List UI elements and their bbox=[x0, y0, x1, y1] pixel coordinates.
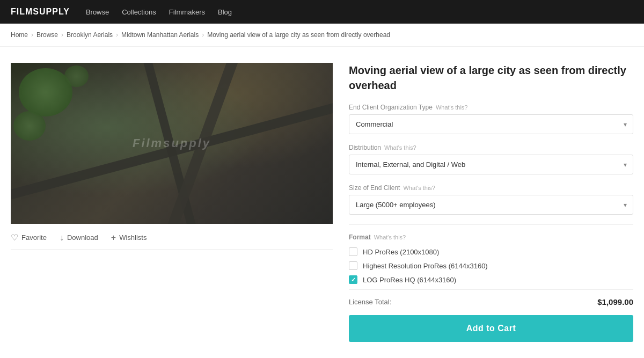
wishlists-label: Wishlists bbox=[119, 233, 147, 242]
size-label: Size of End Client bbox=[349, 184, 400, 192]
breadcrumb-midtown[interactable]: Midtown Manhattan Aerials bbox=[121, 31, 199, 39]
nav-filmmakers[interactable]: Filmmakers bbox=[169, 8, 205, 16]
size-label-row: Size of End Client What's this? bbox=[349, 184, 633, 192]
end-client-whats-this[interactable]: What's this? bbox=[436, 104, 468, 111]
format-checkbox-log[interactable] bbox=[349, 275, 357, 284]
size-whats-this[interactable]: What's this? bbox=[403, 185, 435, 191]
format-checkbox-hd[interactable] bbox=[349, 247, 357, 256]
distribution-whats-this[interactable]: What's this? bbox=[384, 144, 416, 151]
breadcrumb-home[interactable]: Home bbox=[11, 31, 28, 39]
format-option-hd: HD ProRes (2100x1080) bbox=[349, 247, 633, 256]
main-content: Filmsupply ♡ Favorite ↓ Download + Wishl… bbox=[0, 47, 644, 358]
nav-links: Browse Collections Filmmakers Blog bbox=[86, 8, 232, 16]
wishlists-button[interactable]: + Wishlists bbox=[111, 232, 147, 243]
plus-icon: + bbox=[111, 233, 116, 243]
tree-cluster-3 bbox=[64, 65, 89, 87]
tree-cluster-2 bbox=[13, 111, 46, 141]
end-client-field-group: End Client Organization Type What's this… bbox=[349, 104, 633, 134]
divider bbox=[349, 224, 633, 225]
format-section: Format What's this? HD ProRes (2100x1080… bbox=[349, 233, 633, 284]
favorite-button[interactable]: ♡ Favorite bbox=[11, 232, 47, 243]
navbar: FILMSUPPLY Browse Collections Filmmakers… bbox=[0, 0, 644, 24]
add-to-cart-button[interactable]: Add to Cart bbox=[349, 315, 633, 342]
breadcrumb-brooklyn[interactable]: Brooklyn Aerials bbox=[67, 31, 113, 39]
size-select[interactable]: Small (1-100 employees) Medium (100-5000… bbox=[349, 195, 633, 215]
breadcrumb-current: Moving aerial view of a large city as se… bbox=[207, 31, 390, 39]
logo[interactable]: FILMSUPPLY bbox=[11, 7, 70, 17]
video-placeholder: Filmsupply bbox=[11, 63, 333, 224]
right-panel: Moving aerial view of a large city as se… bbox=[349, 63, 633, 342]
nav-blog[interactable]: Blog bbox=[218, 8, 232, 16]
nav-collections[interactable]: Collections bbox=[122, 8, 156, 16]
format-label-log: LOG ProRes HQ (6144x3160) bbox=[363, 276, 456, 284]
distribution-label: Distribution bbox=[349, 144, 381, 151]
format-option-highest: Highest Resolution ProRes (6144x3160) bbox=[349, 261, 633, 270]
breadcrumb-browse[interactable]: Browse bbox=[36, 31, 58, 39]
format-checkbox-highest[interactable] bbox=[349, 261, 357, 270]
distribution-label-row: Distribution What's this? bbox=[349, 144, 633, 151]
download-icon: ↓ bbox=[60, 233, 64, 243]
breadcrumb-sep-1: › bbox=[31, 31, 33, 39]
size-field-group: Size of End Client What's this? Small (1… bbox=[349, 184, 633, 215]
breadcrumb: Home › Browse › Brooklyn Aerials › Midto… bbox=[0, 24, 644, 47]
end-client-label-row: End Client Organization Type What's this… bbox=[349, 104, 633, 111]
format-label-highest: Highest Resolution ProRes (6144x3160) bbox=[363, 262, 488, 270]
license-label: License Total: bbox=[349, 298, 391, 306]
video-actions: ♡ Favorite ↓ Download + Wishlists bbox=[11, 226, 333, 250]
format-label: Format bbox=[349, 233, 371, 241]
watermark: Filmsupply bbox=[133, 136, 211, 150]
license-amount: $1,099.00 bbox=[597, 297, 633, 306]
favorite-label: Favorite bbox=[21, 233, 47, 242]
heart-icon: ♡ bbox=[11, 232, 18, 243]
distribution-select[interactable]: Internal Only Internal, External, and Di… bbox=[349, 155, 633, 174]
format-label-hd: HD ProRes (2100x1080) bbox=[363, 248, 439, 256]
end-client-select[interactable]: Commercial Non-Profit Personal bbox=[349, 114, 633, 134]
size-select-wrapper: Small (1-100 employees) Medium (100-5000… bbox=[349, 195, 633, 215]
left-panel: Filmsupply ♡ Favorite ↓ Download + Wishl… bbox=[11, 63, 333, 342]
format-option-log: LOG ProRes HQ (6144x3160) bbox=[349, 275, 633, 284]
format-whats-this[interactable]: What's this? bbox=[374, 234, 406, 240]
breadcrumb-sep-4: › bbox=[202, 31, 204, 39]
format-label-row: Format What's this? bbox=[349, 233, 633, 241]
download-label: Download bbox=[67, 233, 98, 242]
breadcrumb-sep-2: › bbox=[61, 31, 63, 39]
breadcrumb-sep-3: › bbox=[116, 31, 118, 39]
distribution-select-wrapper: Internal Only Internal, External, and Di… bbox=[349, 155, 633, 174]
clip-title: Moving aerial view of a large city as se… bbox=[349, 63, 633, 93]
license-total-row: License Total: $1,099.00 bbox=[349, 289, 633, 315]
download-button[interactable]: ↓ Download bbox=[60, 232, 98, 243]
nav-browse[interactable]: Browse bbox=[86, 8, 109, 16]
end-client-select-wrapper: Commercial Non-Profit Personal ▾ bbox=[349, 114, 633, 134]
distribution-field-group: Distribution What's this? Internal Only … bbox=[349, 144, 633, 174]
video-container[interactable]: Filmsupply bbox=[11, 63, 333, 224]
end-client-label: End Client Organization Type bbox=[349, 104, 433, 111]
